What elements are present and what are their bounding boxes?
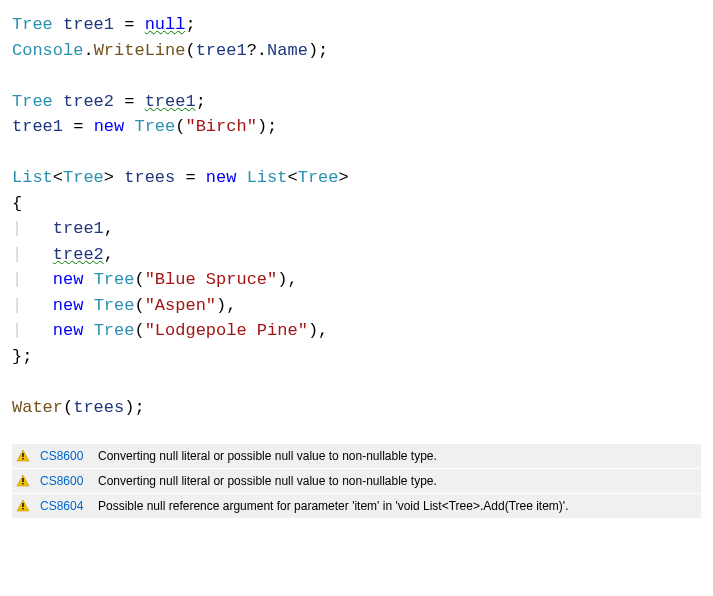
warning-message: Converting null literal or possible null… — [98, 472, 437, 490]
indent-guide: | — [12, 219, 22, 238]
new-keyword: new — [94, 117, 125, 136]
string-literal: "Lodgepole Pine" — [145, 321, 308, 340]
type: List — [247, 168, 288, 187]
punct: ( — [185, 41, 195, 60]
punct: = — [114, 92, 145, 111]
svg-rect-8 — [22, 508, 23, 509]
string-literal: "Birch" — [185, 117, 256, 136]
space — [83, 321, 93, 340]
space — [236, 168, 246, 187]
warning-message: Converting null literal or possible null… — [98, 447, 437, 465]
variable: trees — [124, 168, 175, 187]
punct: = — [63, 117, 94, 136]
punct: ; — [185, 15, 195, 34]
svg-rect-4 — [22, 478, 23, 482]
new-keyword: new — [53, 321, 84, 340]
punct: ?. — [247, 41, 267, 60]
variable: tree1 — [12, 117, 63, 136]
variable: tree1 — [145, 92, 196, 111]
punct: , — [104, 219, 114, 238]
warning-code: CS8600 — [40, 472, 88, 490]
punct: . — [83, 41, 93, 60]
punct: ); — [257, 117, 277, 136]
space — [114, 168, 124, 187]
punct: ); — [124, 398, 144, 417]
property: Name — [267, 41, 308, 60]
punct: ); — [308, 41, 328, 60]
warning-message: Possible null reference argument for par… — [98, 497, 568, 515]
indent-guide: | — [12, 321, 22, 340]
type: Tree — [298, 168, 339, 187]
new-keyword: new — [53, 296, 84, 315]
variable: tree1 — [63, 15, 114, 34]
error-list: CS8600 Converting null literal or possib… — [12, 444, 701, 519]
warning-row[interactable]: CS8600 Converting null literal or possib… — [12, 469, 701, 494]
punct: = — [114, 15, 145, 34]
space — [83, 270, 93, 289]
warning-icon — [16, 499, 30, 513]
punct: < — [287, 168, 297, 187]
svg-rect-2 — [22, 458, 23, 459]
indent-guide: | — [12, 245, 22, 264]
null-keyword: null — [145, 15, 186, 34]
punct: ( — [134, 270, 144, 289]
code-editor[interactable]: Tree tree1 = null; Console.WriteLine(tre… — [12, 12, 701, 420]
new-keyword: new — [53, 270, 84, 289]
warning-icon — [16, 449, 30, 463]
space — [124, 117, 134, 136]
punct: > — [339, 168, 349, 187]
type-keyword: Tree — [12, 15, 53, 34]
punct: ( — [175, 117, 185, 136]
variable: trees — [73, 398, 124, 417]
punct: , — [104, 245, 114, 264]
method: WriteLine — [94, 41, 186, 60]
new-keyword: new — [206, 168, 237, 187]
brace-open: { — [12, 194, 22, 213]
type: Console — [12, 41, 83, 60]
string-literal: "Aspen" — [145, 296, 216, 315]
type: Tree — [134, 117, 175, 136]
svg-rect-5 — [22, 483, 23, 484]
warning-row[interactable]: CS8604 Possible null reference argument … — [12, 494, 701, 519]
punct: ( — [134, 296, 144, 315]
space — [83, 296, 93, 315]
variable: tree2 — [63, 92, 114, 111]
punct: = — [175, 168, 206, 187]
punct: ( — [63, 398, 73, 417]
brace-close: }; — [12, 347, 32, 366]
punct: < — [53, 168, 63, 187]
variable: tree1 — [53, 219, 104, 238]
svg-rect-1 — [22, 453, 23, 457]
warning-code: CS8600 — [40, 447, 88, 465]
punct: ; — [196, 92, 206, 111]
variable: tree1 — [196, 41, 247, 60]
svg-rect-7 — [22, 503, 23, 507]
type: Tree — [94, 296, 135, 315]
type-keyword: Tree — [12, 92, 53, 111]
variable: tree2 — [53, 245, 104, 264]
punct: ( — [134, 321, 144, 340]
string-literal: "Blue Spruce" — [145, 270, 278, 289]
punct: ), — [308, 321, 328, 340]
type: Tree — [94, 270, 135, 289]
method: Water — [12, 398, 63, 417]
type: List — [12, 168, 53, 187]
type: Tree — [94, 321, 135, 340]
punct: ), — [216, 296, 236, 315]
warning-code: CS8604 — [40, 497, 88, 515]
punct: > — [104, 168, 114, 187]
type: Tree — [63, 168, 104, 187]
indent-guide: | — [12, 270, 22, 289]
warning-icon — [16, 474, 30, 488]
indent-guide: | — [12, 296, 22, 315]
punct: ), — [277, 270, 297, 289]
warning-row[interactable]: CS8600 Converting null literal or possib… — [12, 444, 701, 469]
